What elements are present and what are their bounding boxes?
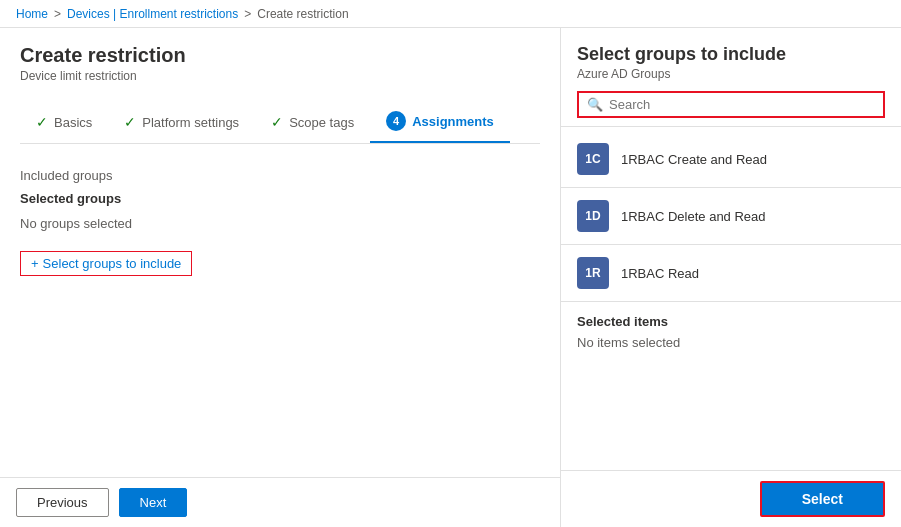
check-icon-basics: ✓ [36, 114, 48, 130]
group-avatar-1d: 1D [577, 200, 609, 232]
breadcrumb-sep2: > [244, 7, 251, 21]
group-avatar-1r: 1R [577, 257, 609, 289]
group-name-1r: 1RBAC Read [621, 266, 699, 281]
step-assignments-label: Assignments [412, 114, 494, 129]
select-groups-link[interactable]: + Select groups to include [20, 251, 192, 276]
step-assignments[interactable]: 4 Assignments [370, 103, 510, 143]
no-groups-text: No groups selected [20, 212, 540, 235]
search-icon: 🔍 [587, 97, 603, 112]
group-name-1c: 1RBAC Create and Read [621, 152, 767, 167]
divider-3 [561, 301, 901, 302]
right-bottom-bar: Select [561, 470, 901, 527]
bottom-bar: Previous Next [0, 477, 560, 527]
check-icon-scope: ✓ [271, 114, 283, 130]
search-box[interactable]: 🔍 [577, 91, 885, 118]
page-title: Create restriction [20, 44, 540, 67]
step-platform-label: Platform settings [142, 115, 239, 130]
next-button[interactable]: Next [119, 488, 188, 517]
groups-list: 1C 1RBAC Create and Read 1D 1RBAC Delete… [561, 127, 901, 470]
left-panel: Create restriction Device limit restrict… [0, 28, 561, 527]
right-header: Select groups to include Azure AD Groups… [561, 28, 901, 127]
included-groups-label: Included groups [20, 168, 540, 183]
step-scope-label: Scope tags [289, 115, 354, 130]
right-panel: Select groups to include Azure AD Groups… [561, 28, 901, 527]
breadcrumb-sep1: > [54, 7, 61, 21]
main-layout: Create restriction Device limit restrict… [0, 28, 901, 527]
search-input[interactable] [609, 97, 875, 112]
right-panel-title: Select groups to include [577, 44, 885, 65]
step-basics-label: Basics [54, 115, 92, 130]
top-bar: Home > Devices | Enrollment restrictions… [0, 0, 901, 28]
select-link-prefix: + [31, 256, 39, 271]
step-platform-settings[interactable]: ✓ Platform settings [108, 106, 255, 140]
previous-button[interactable]: Previous [16, 488, 109, 517]
selected-groups-heading: Selected groups [20, 191, 540, 206]
check-icon-platform: ✓ [124, 114, 136, 130]
breadcrumb: Home > Devices | Enrollment restrictions… [16, 7, 349, 21]
breadcrumb-home[interactable]: Home [16, 7, 48, 21]
select-button[interactable]: Select [760, 481, 885, 517]
group-name-1d: 1RBAC Delete and Read [621, 209, 766, 224]
no-items-text: No items selected [577, 335, 885, 350]
list-item[interactable]: 1C 1RBAC Create and Read [561, 135, 901, 183]
divider-2 [561, 244, 901, 245]
left-content: Create restriction Device limit restrict… [0, 28, 560, 477]
step-badge-assignments: 4 [386, 111, 406, 131]
list-item[interactable]: 1R 1RBAC Read [561, 249, 901, 297]
list-item[interactable]: 1D 1RBAC Delete and Read [561, 192, 901, 240]
step-scope-tags[interactable]: ✓ Scope tags [255, 106, 370, 140]
select-link-text: Select groups to include [43, 256, 182, 271]
steps-nav: ✓ Basics ✓ Platform settings ✓ Scope tag… [20, 103, 540, 144]
page-subtitle: Device limit restriction [20, 69, 540, 83]
group-avatar-1c: 1C [577, 143, 609, 175]
right-panel-subtitle: Azure AD Groups [577, 67, 885, 81]
selected-section: Selected items No items selected [561, 306, 901, 358]
breadcrumb-devices[interactable]: Devices | Enrollment restrictions [67, 7, 238, 21]
step-basics[interactable]: ✓ Basics [20, 106, 108, 140]
divider-1 [561, 187, 901, 188]
breadcrumb-current: Create restriction [257, 7, 348, 21]
selected-items-label: Selected items [577, 314, 885, 329]
